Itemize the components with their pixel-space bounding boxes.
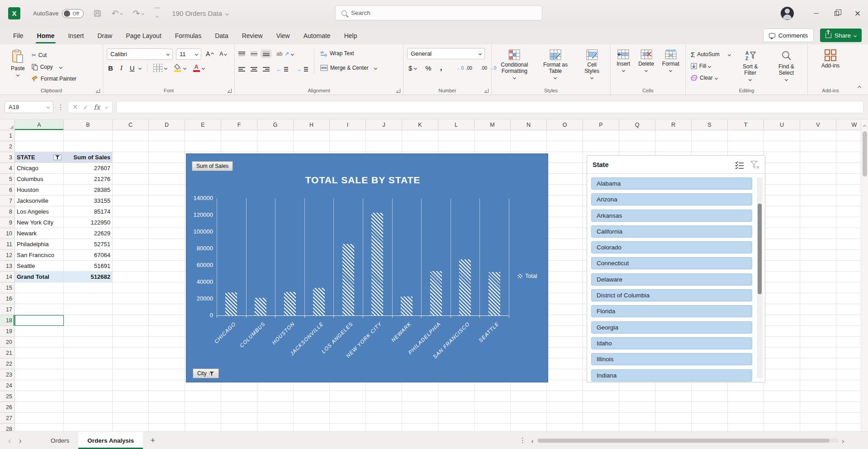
align-left-icon[interactable] — [238, 67, 245, 72]
cell-O17[interactable] — [547, 304, 583, 315]
align-right-icon[interactable] — [263, 67, 270, 72]
row-header-10[interactable]: 10 — [0, 228, 15, 239]
horizontal-scroll-thumb[interactable] — [538, 439, 830, 443]
ribbon-tab-help[interactable]: Help — [337, 27, 364, 44]
ribbon-tab-review[interactable]: Review — [235, 27, 270, 44]
cell-F2[interactable] — [221, 141, 257, 152]
cell-J26[interactable] — [366, 402, 402, 413]
cell-A13[interactable]: Seattle — [15, 261, 64, 272]
row-header-22[interactable]: 22 — [0, 358, 15, 369]
cell-O18[interactable] — [547, 315, 583, 326]
cell-A7[interactable]: Jacksonville — [15, 196, 64, 206]
number-dialog-launcher-icon[interactable] — [484, 89, 489, 93]
row-header-26[interactable]: 26 — [0, 402, 15, 413]
name-box[interactable]: A18 — [5, 101, 53, 113]
cell-Q27[interactable] — [619, 413, 655, 424]
cell-F26[interactable] — [221, 402, 257, 413]
column-header-E[interactable]: E — [185, 119, 221, 130]
cell-D3[interactable] — [149, 152, 185, 163]
column-header-C[interactable]: C — [113, 119, 149, 130]
cell-U7[interactable] — [764, 196, 800, 206]
cell-P28[interactable] — [583, 424, 619, 431]
cell-V16[interactable] — [800, 293, 836, 304]
cell-C4[interactable] — [113, 163, 149, 174]
collapse-ribbon-icon[interactable] — [858, 83, 861, 91]
row-header-11[interactable]: 11 — [0, 239, 15, 250]
column-header-A[interactable]: A — [15, 119, 64, 130]
cell-U20[interactable] — [764, 337, 800, 348]
font-size-select[interactable]: 11 — [176, 48, 201, 60]
cell-J28[interactable] — [366, 424, 402, 431]
decrease-indent-icon[interactable]: ← — [275, 64, 289, 75]
redo-button[interactable]: ↷ — [133, 8, 144, 19]
cell-A15[interactable] — [15, 282, 64, 293]
increase-indent-icon[interactable]: → — [295, 64, 309, 75]
cell-F1[interactable] — [221, 130, 257, 141]
wrap-text-button[interactable]: ab Wrap Text — [319, 48, 378, 59]
vertical-scroll-thumb[interactable] — [863, 131, 867, 177]
cell-M26[interactable] — [474, 402, 511, 413]
cell-O21[interactable] — [547, 348, 583, 358]
cell-V12[interactable] — [800, 250, 836, 261]
row-header-1[interactable]: 1 — [0, 130, 15, 141]
row-header-3[interactable]: 3 — [0, 152, 15, 163]
cell-U9[interactable] — [764, 217, 800, 228]
cell-H1[interactable] — [294, 130, 330, 141]
cell-A21[interactable] — [15, 348, 64, 358]
cell-A20[interactable] — [15, 337, 64, 348]
cell-O26[interactable] — [547, 402, 583, 413]
bar-newark[interactable] — [401, 296, 413, 315]
format-painter-button[interactable]: Format Painter — [30, 73, 78, 84]
cell-R25[interactable] — [655, 391, 692, 402]
cell-A23[interactable] — [15, 369, 64, 380]
cell-M1[interactable] — [474, 130, 511, 141]
cell-G27[interactable] — [257, 413, 294, 424]
cell-O15[interactable] — [547, 282, 583, 293]
clipboard-dialog-launcher-icon[interactable] — [96, 89, 100, 93]
row-header-24[interactable]: 24 — [0, 380, 15, 391]
cell-T1[interactable] — [728, 130, 764, 141]
cell-D21[interactable] — [149, 348, 185, 358]
cell-A2[interactable] — [15, 141, 64, 152]
cell-D13[interactable] — [149, 261, 185, 272]
column-header-U[interactable]: U — [764, 119, 800, 130]
cell-V20[interactable] — [800, 337, 836, 348]
cell-C2[interactable] — [113, 141, 149, 152]
close-button[interactable]: × — [847, 0, 868, 27]
cell-O2[interactable] — [547, 141, 583, 152]
cell-C19[interactable] — [113, 326, 149, 337]
tabbar-options-icon[interactable]: ⋮ — [519, 436, 526, 444]
cell-A14[interactable]: Grand Total — [15, 272, 64, 282]
ribbon-tab-view[interactable]: View — [270, 27, 297, 44]
slicer-scroll-thumb[interactable] — [758, 204, 762, 294]
cell-K2[interactable] — [402, 141, 438, 152]
cell-G25[interactable] — [257, 391, 294, 402]
cell-A10[interactable]: Newark — [15, 228, 64, 239]
cell-L2[interactable] — [438, 141, 474, 152]
row-header-16[interactable]: 16 — [0, 293, 15, 304]
bar-new-york-city[interactable] — [371, 213, 383, 315]
cell-B21[interactable] — [64, 348, 113, 358]
cell-D16[interactable] — [149, 293, 185, 304]
conditional-formatting-button[interactable]: Conditional Formatting — [495, 48, 534, 80]
cell-B5[interactable]: 21276 — [64, 174, 113, 185]
cell-C16[interactable] — [113, 293, 149, 304]
cell-U15[interactable] — [764, 282, 800, 293]
cell-O16[interactable] — [547, 293, 583, 304]
cell-C25[interactable] — [113, 391, 149, 402]
cell-E26[interactable] — [185, 402, 221, 413]
cell-B2[interactable] — [64, 141, 113, 152]
cell-S27[interactable] — [692, 413, 728, 424]
merge-center-button[interactable]: Merge & Center — [319, 62, 378, 73]
cell-R27[interactable] — [655, 413, 692, 424]
cell-A27[interactable] — [15, 413, 64, 424]
cell-K27[interactable] — [402, 413, 438, 424]
copy-button[interactable]: Copy — [30, 62, 78, 72]
underline-button[interactable]: U — [128, 62, 142, 73]
cell-B13[interactable]: 51691 — [64, 261, 113, 272]
row-header-2[interactable]: 2 — [0, 141, 15, 152]
bar-columbus[interactable] — [255, 298, 266, 315]
scroll-left-icon[interactable] — [532, 436, 534, 444]
ribbon-tab-insert[interactable]: Insert — [61, 27, 90, 44]
ribbon-tab-home[interactable]: Home — [30, 27, 62, 44]
